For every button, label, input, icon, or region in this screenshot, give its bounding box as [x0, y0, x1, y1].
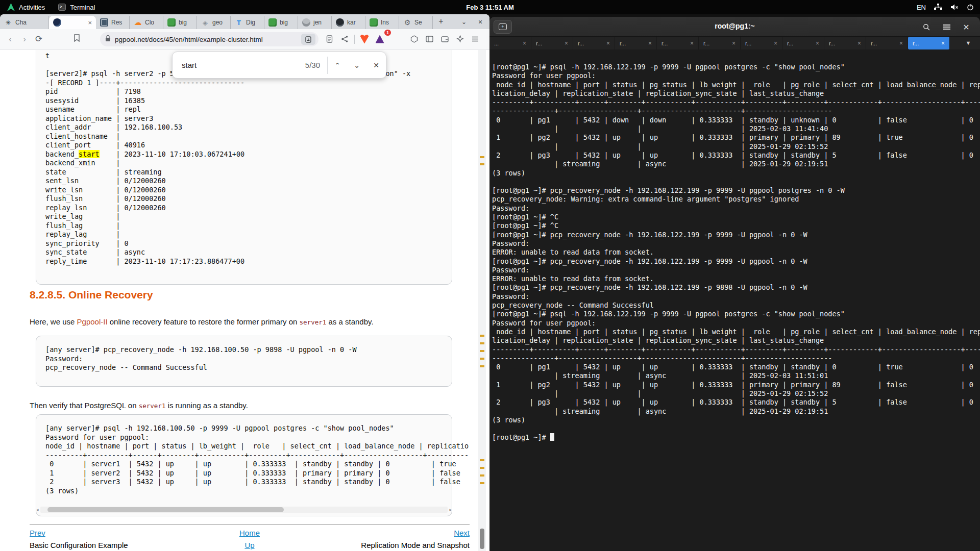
- terminal-tab-close-icon[interactable]: ×: [523, 40, 526, 47]
- tab-favicon: [167, 18, 176, 27]
- tab-close-icon[interactable]: ×: [88, 19, 92, 27]
- back-button[interactable]: ‹: [3, 34, 17, 44]
- terminal-tab-close-icon[interactable]: ×: [899, 40, 903, 47]
- terminal-search-icon[interactable]: [920, 20, 933, 34]
- terminal-tab-close-icon[interactable]: ×: [816, 40, 819, 47]
- horizontal-scrollbar[interactable]: ◂ ▸: [40, 507, 448, 513]
- terminal-tab-close-icon[interactable]: ×: [690, 40, 694, 47]
- tab-favicon: [4, 18, 12, 27]
- next-page-title: Replication Mode and Snapshot: [323, 541, 470, 549]
- home-link[interactable]: Home: [239, 529, 260, 537]
- prev-page-title: Basic Configuration Example: [30, 541, 176, 549]
- terminal-tab-close-icon[interactable]: ×: [941, 40, 945, 47]
- clock[interactable]: Feb 3 11:51 AM: [466, 4, 513, 11]
- vertical-scroll-thumb[interactable]: [480, 529, 484, 549]
- browser-tab[interactable]: ×: [49, 16, 96, 29]
- tab-favicon: [134, 18, 142, 27]
- terminal-screen[interactable]: [root@pg1 ~]# psql -h 192.168.122.199 -p…: [489, 49, 980, 551]
- tab-label: Cha: [15, 19, 27, 26]
- browser-tab[interactable]: Ins: [365, 16, 399, 29]
- browser-tab[interactable]: Cha: [0, 16, 49, 29]
- menu-icon[interactable]: [468, 32, 483, 46]
- terminal-cursor: [550, 433, 554, 441]
- extensions-icon[interactable]: [406, 32, 422, 46]
- terminal-tab-close-icon[interactable]: ×: [857, 40, 861, 47]
- tab-label: Clo: [145, 19, 154, 26]
- vertical-scrollbar[interactable]: [478, 50, 486, 551]
- terminal-close-icon[interactable]: ✕: [960, 20, 973, 34]
- browser-toolbar: ‹ › ⟳ pgpool.net/docs/45/en/html/example…: [0, 29, 489, 49]
- terminal-menu-icon[interactable]: [940, 20, 953, 34]
- terminal-tab[interactable]: ... ×: [489, 37, 531, 49]
- terminal-tab[interactable]: r... ×: [824, 37, 866, 49]
- focused-app-label: Terminal: [70, 4, 95, 11]
- tab-favicon: [370, 18, 378, 27]
- bookmark-icon[interactable]: [69, 34, 84, 44]
- terminal-tab[interactable]: r... ×: [615, 37, 657, 49]
- reload-button[interactable]: ⟳: [32, 34, 46, 44]
- pgpool-link[interactable]: Pgpool-II: [77, 317, 108, 326]
- leo-ai-icon[interactable]: [452, 32, 468, 46]
- browser-tab[interactable]: Clo: [130, 16, 163, 29]
- terminal-tab[interactable]: r... ×: [908, 37, 950, 49]
- terminal-tab[interactable]: r... ×: [741, 37, 782, 49]
- forward-button[interactable]: ›: [17, 34, 32, 44]
- reader-mode-icon[interactable]: [301, 34, 315, 45]
- brave-shields-icon[interactable]: [357, 32, 372, 46]
- terminal-tab[interactable]: r... ×: [531, 37, 573, 49]
- terminal-tab[interactable]: r... ×: [699, 37, 741, 49]
- network-icon[interactable]: [934, 4, 942, 11]
- browser-tab[interactable]: geo: [197, 16, 231, 29]
- terminal-tab[interactable]: r... ×: [782, 37, 824, 49]
- up-link[interactable]: Up: [244, 541, 254, 549]
- terminal-tab-close-icon[interactable]: ×: [774, 40, 777, 47]
- focused-app-menu[interactable]: >_ Terminal: [58, 4, 95, 11]
- terminal-tab-close-icon[interactable]: ×: [648, 40, 652, 47]
- find-input[interactable]: start: [182, 61, 305, 69]
- find-next-icon[interactable]: ⌄: [347, 61, 366, 69]
- power-icon[interactable]: [967, 4, 974, 11]
- terminal-tab-label: r...: [578, 40, 584, 46]
- terminal-tab[interactable]: r... ×: [866, 37, 908, 49]
- page-content: t [server2]# psql -h server2 -p 5432 -U …: [0, 50, 478, 551]
- share-icon[interactable]: [337, 32, 352, 46]
- terminal-tab-overflow-chevron-icon[interactable]: ▼: [962, 38, 975, 48]
- browser-close-button[interactable]: ×: [475, 16, 486, 28]
- terminal-tab-close-icon[interactable]: ×: [606, 40, 610, 47]
- extension-a-icon[interactable]: 1: [372, 32, 387, 46]
- find-previous-icon[interactable]: ⌃: [328, 61, 347, 69]
- terminal-tab[interactable]: r... ×: [573, 37, 615, 49]
- next-link[interactable]: Next: [454, 529, 470, 537]
- browser-tab[interactable]: Se: [399, 16, 433, 29]
- scroll-right-arrow-icon[interactable]: ▸: [449, 507, 452, 513]
- url-bar[interactable]: pgpool.net/docs/45/en/html/example-clust…: [100, 32, 318, 46]
- code-block-pg-stat-replication: t [server2]# psql -h server2 -p 5432 -U …: [36, 50, 452, 285]
- browser-tab[interactable]: jen: [298, 16, 332, 29]
- volume-muted-icon[interactable]: [950, 4, 959, 11]
- reading-list-icon[interactable]: [322, 32, 337, 46]
- browser-tab[interactable]: kar: [332, 16, 365, 29]
- terminal-tab-close-icon[interactable]: ×: [565, 40, 568, 47]
- browser-tab[interactable]: big: [163, 16, 197, 29]
- browser-tab[interactable]: big: [264, 16, 298, 29]
- sidebar-icon[interactable]: [422, 32, 437, 46]
- tab-favicon: [100, 18, 108, 27]
- terminal-title: root@pg1:~: [489, 22, 980, 30]
- activities-label: Activities: [19, 4, 45, 11]
- prev-link[interactable]: Prev: [30, 529, 45, 537]
- tab-list-chevron-icon[interactable]: ⌄: [458, 16, 470, 28]
- keyboard-layout[interactable]: EN: [917, 4, 926, 11]
- browser-tab[interactable]: Dig: [231, 16, 264, 29]
- tab-favicon: [53, 18, 61, 27]
- find-close-icon[interactable]: ✕: [366, 61, 386, 69]
- horizontal-scroll-thumb[interactable]: [47, 507, 284, 512]
- terminal-output: [root@pg1 ~]# psql -h 192.168.122.199 -p…: [489, 49, 980, 442]
- terminal-tab-close-icon[interactable]: ×: [732, 40, 736, 47]
- terminal-tab[interactable]: r... ×: [657, 37, 699, 49]
- browser-tab[interactable]: Res: [96, 16, 130, 29]
- activities-button[interactable]: Activities: [7, 3, 45, 11]
- tab-label: Dig: [246, 19, 255, 26]
- scroll-left-arrow-icon[interactable]: ◂: [36, 507, 39, 513]
- new-tab-button[interactable]: +: [435, 16, 447, 28]
- wallet-icon[interactable]: [437, 32, 452, 46]
